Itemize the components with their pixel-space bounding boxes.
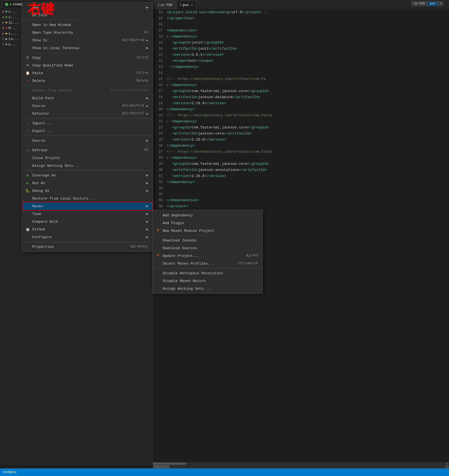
open-new-window-label: Open in New Window bbox=[32, 23, 71, 27]
menu-item-copy[interactable]: ⧉ Copy Ctrl+C bbox=[22, 54, 153, 61]
menu-item-source2[interactable]: Source ▶ bbox=[22, 137, 153, 144]
code-line-14: 14 <project.build.sourceEncoding>utf-8</… bbox=[153, 9, 449, 15]
menu-item-run-as[interactable]: ▶ Run As ▶ bbox=[22, 179, 153, 187]
fold-icon-16b[interactable]: ⊖ bbox=[167, 84, 168, 87]
refactor-shortcut: Alt+Shift+T bbox=[122, 112, 144, 115]
menu-item-assign-working-sets[interactable]: Assign Working Sets... bbox=[22, 162, 153, 170]
code-line-31: 31 <version>2.18.0</version> bbox=[153, 173, 449, 179]
menu-item-team[interactable]: Team ▶ bbox=[22, 210, 153, 218]
menu-item-copy-qualified[interactable]: ⧉ Copy Qualified Name bbox=[22, 61, 153, 69]
code-line-10: 10 <artifactId>junit</artifactId> bbox=[153, 46, 449, 52]
menu-item-properties[interactable]: Properties Alt+Enter bbox=[22, 243, 153, 251]
export-label: Export... bbox=[32, 129, 52, 133]
menu-item-remove-context[interactable]: ○ Remove from Context Ctrl+Alt+Shift+Dow… bbox=[22, 87, 153, 94]
run-as-arrow: ▶ bbox=[146, 181, 148, 185]
paste-icon: 📋 bbox=[25, 71, 30, 76]
fold-icon-28[interactable]: ⊖ bbox=[167, 157, 168, 160]
menu-item-configure[interactable]: Configure ▶ bbox=[22, 233, 153, 241]
submenu-item-disable-workspace-resolution[interactable]: Disable Workspace Resolution bbox=[153, 269, 262, 277]
menu-item-github[interactable]: ⬤ GitHub ▶ bbox=[22, 225, 153, 233]
folder-icon3: ▸ bbox=[2, 31, 4, 36]
build-path-arrow: ▶ bbox=[146, 96, 148, 100]
file-icon2: □ bbox=[2, 42, 4, 46]
jar-icon: ▸ bbox=[2, 20, 4, 25]
delete-icon: ✕ bbox=[25, 78, 30, 83]
menu-item-maven[interactable]: Maven ▶ bbox=[22, 202, 153, 210]
editor-scrollbar[interactable]: ▶ bbox=[153, 465, 449, 468]
submenu-item-update-project[interactable]: M Update Project... Alt+F5 bbox=[153, 252, 262, 260]
maven-submenu: Add Dependency Add Plugin M New Maven Mo… bbox=[152, 210, 263, 294]
github-arrow: ▶ bbox=[146, 227, 148, 232]
copy-qualified-icon: ⧉ bbox=[25, 63, 30, 68]
menu-item-refactor[interactable]: Refactor Alt+Shift+T ▶ bbox=[22, 110, 153, 117]
project-icon: ▶ bbox=[10, 2, 12, 6]
menu-item-open-type-hierarchy[interactable]: Open Type Hierarchy F4 bbox=[22, 29, 153, 36]
compare-with-label: Compare With bbox=[32, 220, 58, 224]
folder-icon: ▸ bbox=[2, 9, 4, 14]
submenu-item-disable-maven-nature[interactable]: Disable Maven Nature bbox=[153, 277, 262, 285]
code-line-33: 33 bbox=[153, 185, 449, 191]
editor-scroll-right[interactable]: ▶ bbox=[445, 465, 449, 468]
code-line-17b: 17 <groupId>com.fasterxml.jackson.core</… bbox=[153, 88, 449, 94]
fold-icon-18[interactable]: ⊖ bbox=[167, 35, 168, 38]
separator-5 bbox=[22, 136, 153, 136]
source2-arrow: ▶ bbox=[146, 138, 148, 143]
code-line-32: 32 </dependency> bbox=[153, 179, 449, 185]
source-shortcut-arrow: Alt+Shift+S ▶ bbox=[122, 104, 148, 108]
submenu-item-new-maven-module[interactable]: M New Maven Module Project bbox=[153, 227, 262, 235]
submenu-item-add-plugin[interactable]: Add Plugin bbox=[153, 219, 262, 227]
github-label: GitHub bbox=[32, 227, 45, 232]
xml-icon: X bbox=[158, 4, 159, 7]
submenu-item-add-dependency[interactable]: Add Dependency bbox=[153, 211, 262, 219]
submenu-separator-1 bbox=[153, 235, 262, 236]
editor-tab-pon[interactable]: X pon × bbox=[176, 1, 197, 9]
panel-btn-ve-pom[interactable]: ve POM bbox=[412, 1, 428, 6]
menu-item-show-in[interactable]: Show In Alt+Shift+W ▶ bbox=[22, 36, 153, 44]
editor-scrollbar-thumb[interactable] bbox=[153, 465, 170, 468]
menu-item-restore-local-history[interactable]: Restore from Local History... bbox=[22, 195, 153, 202]
menu-item-compare-with[interactable]: Compare With ▶ bbox=[22, 218, 153, 225]
maven-arrow: ▶ bbox=[146, 204, 148, 208]
refresh-icon: ↺ bbox=[25, 148, 30, 153]
remove-context-shortcut: Ctrl+Alt+Shift+Down bbox=[111, 88, 148, 92]
code-line-16b: 16 ⊖ <dependency> bbox=[153, 82, 449, 88]
submenu-item-select-maven-profiles[interactable]: Select Maven Profiles... Ctrl+Alt+P bbox=[153, 260, 262, 267]
menu-item-build-path[interactable]: Build Path ▶ bbox=[22, 94, 153, 102]
tab-close[interactable]: × bbox=[191, 3, 193, 7]
menu-item-delete[interactable]: ✕ Delete Delete bbox=[22, 77, 153, 85]
add-dependency-label: Add Dependency bbox=[163, 213, 193, 217]
remove-context-label: Remove from Context bbox=[32, 88, 73, 93]
status-bar: example bbox=[0, 468, 449, 476]
submenu-item-download-javadoc[interactable]: Download Javadoc bbox=[153, 236, 262, 244]
update-project-icon: M bbox=[155, 253, 160, 258]
select-maven-profiles-shortcut: Ctrl+Alt+P bbox=[238, 262, 258, 265]
team-arrow: ▶ bbox=[146, 212, 148, 216]
code-line-20: 20 </dependency> bbox=[153, 106, 449, 112]
menu-item-refresh[interactable]: ↺ Refresh F5 bbox=[22, 146, 153, 154]
menu-item-import[interactable]: ↓ Import... bbox=[22, 119, 153, 127]
run-as-label: Run As bbox=[32, 181, 45, 185]
code-line-30: 30 <artifactId>jackson-annotations</arti… bbox=[153, 167, 449, 173]
submenu-item-download-sources[interactable]: Download Sources bbox=[153, 244, 262, 252]
fold-icon-22[interactable]: ⊖ bbox=[167, 120, 168, 123]
editor-tab-ve-pom[interactable]: X ve POM bbox=[154, 1, 176, 9]
copy-label: Copy bbox=[32, 56, 41, 60]
menu-item-export[interactable]: ↑ Export... bbox=[22, 127, 153, 135]
code-line-13: 13 </dependency> bbox=[153, 64, 449, 70]
scroll-right-arrow[interactable]: ▶ bbox=[446, 462, 449, 465]
menu-item-open-new-window[interactable]: Open in New Window bbox=[22, 21, 153, 29]
menu-item-coverage-as[interactable]: ◉ Coverage As ▶ bbox=[22, 171, 153, 179]
update-project-shortcut: Alt+F5 bbox=[246, 254, 258, 258]
menu-item-close-project[interactable]: Close Project bbox=[22, 154, 153, 162]
panel-btn-pon[interactable]: pon bbox=[428, 1, 438, 6]
menu-item-paste[interactable]: 📋 Paste Ctrl+V bbox=[22, 69, 153, 77]
panel-close-btn[interactable]: × bbox=[438, 1, 443, 6]
scrollbar-thumb[interactable] bbox=[153, 462, 186, 465]
menu-item-show-local-terminal[interactable]: Show in Local Terminal ▶ bbox=[22, 44, 153, 52]
horizontal-scrollbar[interactable]: ▶ bbox=[153, 462, 449, 465]
submenu-item-assign-working-sets[interactable]: Assign Working Sets... bbox=[153, 285, 262, 292]
coverage-as-arrow: ▶ bbox=[146, 173, 148, 178]
menu-item-debug-as[interactable]: 🐛 Debug As ▶ bbox=[22, 187, 153, 195]
menu-item-source[interactable]: Source Alt+Shift+S ▶ bbox=[22, 102, 153, 110]
refactor-label: Refactor bbox=[32, 112, 49, 116]
